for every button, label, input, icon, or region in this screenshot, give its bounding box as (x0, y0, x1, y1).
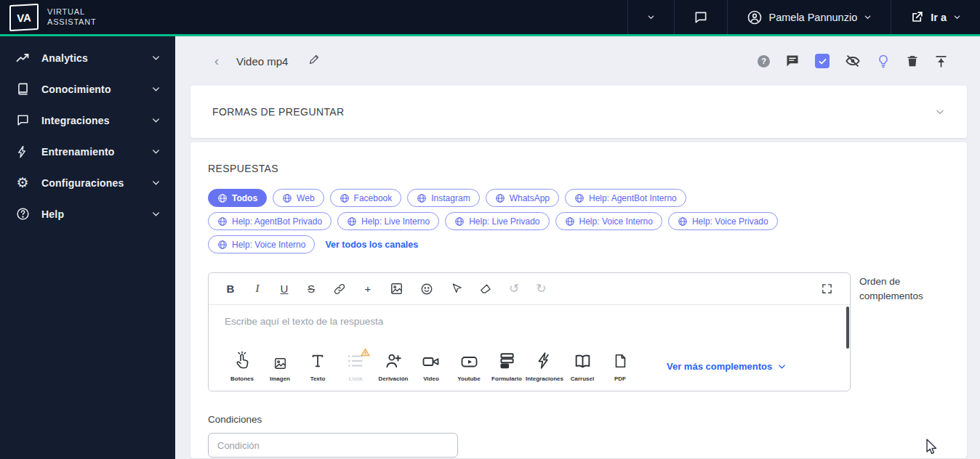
complement-lista: Lista (337, 350, 374, 382)
external-link-icon (910, 10, 924, 24)
complement-formulario[interactable]: Formulario (488, 350, 526, 382)
channel-chip[interactable]: WhatsApp (486, 189, 559, 207)
edit-title-button[interactable] (308, 53, 321, 69)
complement-botones[interactable]: Botones (223, 350, 261, 382)
integrations-bolt-icon (535, 350, 554, 370)
channel-chip-label: Help: Voice Privado (692, 216, 768, 227)
complement-carrusel[interactable]: Carrusel (563, 350, 601, 382)
channel-chip[interactable]: Help: Voice Interno (555, 212, 662, 230)
see-more-complements-link[interactable]: Ver más complementos (667, 361, 787, 372)
globe-icon (417, 193, 427, 203)
page-title: Video mp4 (236, 55, 288, 68)
sidebar-item-conocimiento[interactable]: Conocimiento (0, 73, 175, 105)
warning-icon (360, 347, 371, 360)
channel-chip[interactable]: Web (273, 189, 324, 207)
content-header: ‹ Video mp4 ? (175, 36, 980, 86)
complement-derivaci-n[interactable]: Derivación (374, 350, 412, 382)
help-icon (15, 207, 31, 221)
topbar-chat-button[interactable] (674, 0, 727, 34)
globe-icon (340, 193, 350, 203)
sidebar-item-label: Conocimiento (41, 84, 111, 95)
complement-label: Formulario (491, 375, 522, 382)
formas-de-preguntar-panel[interactable]: FORMAS DE PREGUNTAR (190, 86, 967, 138)
sidebar-item-help[interactable]: Help (0, 198, 175, 230)
editor-input[interactable]: Escribe aquí el texto de la respuesta (209, 305, 850, 346)
strikethrough-button[interactable]: S (306, 283, 316, 295)
channel-chip[interactable]: Help: Voice Interno (208, 235, 315, 253)
underline-button[interactable]: U (279, 283, 289, 295)
channel-chip[interactable]: Help: Live Interno (337, 212, 439, 230)
chevron-down-icon (151, 84, 161, 94)
complement-label: Texto (310, 375, 326, 382)
bold-button[interactable]: B (225, 283, 236, 295)
sidebar-item-integraciones[interactable]: Integraciones (0, 105, 175, 136)
sidebar-item-label: Help (41, 208, 64, 220)
va-logo: VA (9, 3, 39, 31)
plus-button[interactable]: + (363, 283, 373, 295)
conditions-label: Condiciones (208, 414, 949, 425)
fullscreen-button[interactable] (821, 283, 833, 295)
pdf-icon (612, 350, 628, 370)
hand-pointer-icon (233, 350, 251, 370)
back-button[interactable]: ‹ (214, 54, 219, 69)
bulb-button[interactable] (876, 54, 891, 68)
youtube-icon (459, 350, 479, 370)
sidebar-item-label: Analytics (41, 52, 88, 64)
emoji-button[interactable] (420, 283, 433, 296)
chevron-down-icon (151, 178, 161, 187)
image-icon (390, 282, 403, 296)
eraser-button[interactable] (479, 283, 492, 296)
publish-button[interactable] (934, 54, 948, 68)
chevron-down-icon (151, 209, 161, 219)
video-camera-icon (421, 350, 441, 370)
link-icon (333, 283, 346, 296)
complement-texto[interactable]: Texto (299, 350, 337, 382)
checkbox-button[interactable] (815, 54, 830, 68)
help-circle-icon: ? (758, 55, 770, 68)
link-button[interactable] (333, 283, 346, 296)
channel-chip[interactable]: Help: Voice Privado (668, 212, 778, 230)
sidebar-item-analytics[interactable]: Analytics (0, 42, 175, 73)
editor-scrollbar[interactable] (846, 306, 849, 349)
pointer-button[interactable] (450, 283, 462, 295)
go-to-menu[interactable]: Ir a (891, 0, 980, 34)
see-more-label: Ver más complementos (667, 361, 772, 372)
formas-title: FORMAS DE PREGUNTAR (212, 106, 345, 118)
channel-chips: TodosWebFacebookInstagramWhatsAppHelp: A… (208, 189, 811, 253)
complement-label: Youtube (457, 375, 480, 382)
globe-icon (678, 216, 688, 227)
user-menu[interactable]: Pamela Pannunzio (727, 0, 891, 34)
complement-imagen[interactable]: Imagen (261, 350, 299, 382)
help-circle-button[interactable]: ? (758, 55, 770, 68)
bolt-icon (15, 145, 31, 158)
channel-chip[interactable]: Help: AgentBot Interno (565, 189, 686, 207)
channel-chip-label: Help: Voice Interno (232, 240, 305, 250)
channel-chip-label: Instagram (431, 193, 470, 203)
editor-toolbar: BIUS+↺↻ (209, 273, 850, 305)
channel-chip[interactable]: Todos (208, 189, 267, 207)
topbar-dropdown[interactable] (627, 0, 674, 34)
channel-chip-label: Help: Live Privado (469, 216, 539, 227)
complement-pdf[interactable]: PDF (601, 350, 639, 382)
condition-input[interactable] (208, 433, 458, 458)
fullscreen-icon (821, 283, 833, 295)
see-all-channels-link[interactable]: Ver todos los canales (325, 240, 418, 250)
redo-button: ↻ (536, 281, 546, 296)
channel-chip[interactable]: Help: Live Privado (445, 212, 549, 230)
italic-button[interactable]: I (252, 283, 262, 295)
trash-button[interactable] (906, 54, 919, 68)
channel-chip-label: Web (297, 193, 314, 203)
image-button[interactable] (390, 282, 403, 296)
channel-chip[interactable]: Facebook (330, 189, 402, 207)
channel-chip[interactable]: Instagram (407, 189, 479, 207)
chevron-down-icon[interactable] (935, 107, 945, 117)
sidebar-item-entrenamiento[interactable]: Entrenamiento (0, 136, 175, 167)
complement-integraciones[interactable]: Integraciones (526, 350, 563, 382)
eye-off-button[interactable] (845, 53, 861, 69)
channel-chip[interactable]: Help: AgentBot Privado (208, 212, 332, 230)
comment-button[interactable] (785, 54, 800, 68)
complement-youtube[interactable]: Youtube (450, 350, 488, 382)
response-editor: BIUS+↺↻ Escribe aquí el texto de la resp… (208, 272, 851, 391)
sidebar-item-configuraciones[interactable]: ⚙Configuraciones (0, 167, 175, 198)
complement-video[interactable]: Video (412, 350, 450, 382)
